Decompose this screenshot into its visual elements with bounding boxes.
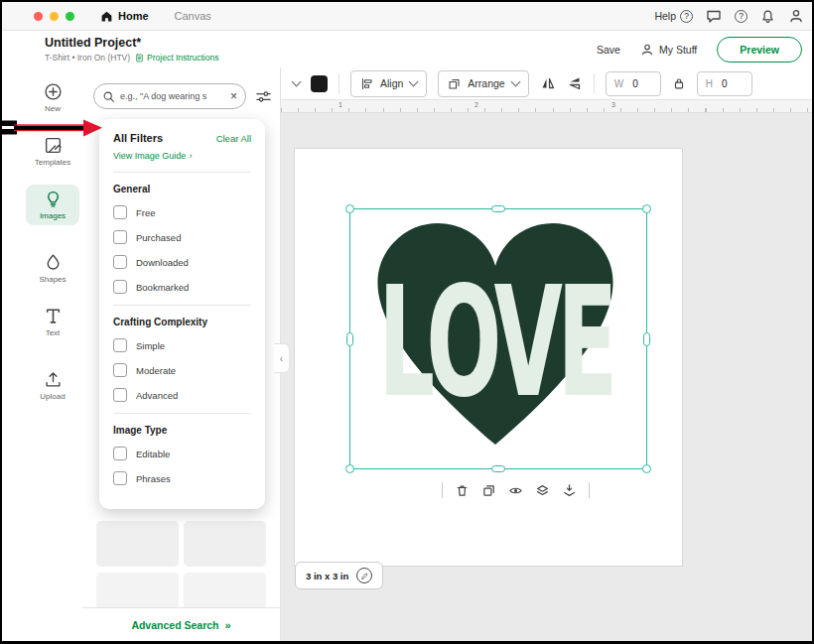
checkbox[interactable] — [113, 363, 127, 377]
align-dropdown[interactable]: Align — [350, 70, 427, 97]
zoom-window-button[interactable] — [66, 12, 74, 21]
filter-option-editable[interactable]: Editable — [113, 447, 251, 460]
close-window-button[interactable] — [34, 12, 43, 21]
checkbox[interactable] — [113, 388, 127, 402]
width-input[interactable]: W 0 — [606, 71, 661, 96]
flatten-button[interactable] — [562, 483, 577, 498]
filter-option-simple[interactable]: Simple — [113, 338, 251, 352]
checkbox[interactable] — [113, 447, 127, 460]
resize-handle-top[interactable] — [491, 205, 505, 212]
flatten-icon — [562, 483, 577, 498]
clear-all-link[interactable]: Clear All — [216, 133, 251, 144]
help-question-icon: ? — [680, 10, 693, 23]
resize-handle-top-left[interactable] — [345, 204, 354, 213]
image-search-input[interactable]: e.g., "A dog wearing s × — [93, 83, 246, 109]
resize-handle-bottom-right[interactable] — [642, 464, 651, 473]
selection-bounding-box[interactable] — [349, 208, 647, 469]
height-input[interactable]: H 0 — [697, 71, 752, 96]
panel-collapse-handle[interactable]: ‹ — [274, 343, 290, 373]
sidebar-item-label: Text — [46, 328, 61, 337]
resize-handle-left[interactable] — [346, 332, 353, 346]
document-icon — [135, 53, 144, 64]
tab-canvas[interactable]: Canvas — [175, 10, 211, 22]
save-button[interactable]: Save — [597, 44, 620, 56]
help-label: Help — [654, 10, 676, 22]
delete-button[interactable] — [455, 483, 470, 498]
support-question-icon[interactable]: ? — [735, 10, 747, 23]
images-panel: e.g., "A dog wearing s × All Filters Cle… — [82, 67, 281, 642]
checkbox[interactable] — [113, 280, 127, 294]
sidebar-item-text[interactable]: Text — [26, 302, 79, 342]
duplicate-button[interactable] — [481, 483, 496, 498]
image-placeholder — [184, 573, 266, 610]
image-placeholder — [96, 573, 179, 610]
project-instructions-link[interactable]: Project Instructions — [135, 53, 218, 64]
my-stuff-label: My Stuff — [659, 44, 697, 56]
arrange-icon — [448, 77, 461, 90]
edit-size-button[interactable] — [356, 568, 372, 583]
flip-horizontal-button[interactable] — [540, 75, 556, 91]
filter-option-advanced[interactable]: Advanced — [113, 388, 251, 402]
notifications-bell-icon[interactable] — [760, 9, 775, 24]
horizontal-ruler: 1 2 3 — [281, 100, 812, 113]
height-value: 0 — [722, 78, 728, 89]
filter-option-free[interactable]: Free — [113, 205, 251, 219]
account-person-icon[interactable] — [788, 8, 804, 24]
align-icon — [360, 77, 373, 90]
resize-handle-bottom[interactable] — [491, 465, 505, 472]
upload-icon — [44, 370, 63, 389]
filter-section-heading: Image Type — [113, 425, 251, 436]
sidebar-item-images[interactable]: Images — [26, 185, 79, 225]
lock-aspect-button[interactable] — [672, 76, 686, 90]
chevron-down-icon — [510, 77, 520, 87]
tab-home[interactable]: Home — [100, 10, 149, 23]
filter-option-moderate[interactable]: Moderate — [113, 363, 251, 377]
artboard[interactable]: LOVE — [295, 149, 682, 566]
ruler-label: 3 — [611, 101, 615, 108]
hide-button[interactable] — [508, 483, 523, 498]
canvas-size-badge[interactable]: 3 in x 3 in — [295, 562, 383, 589]
sidebar-item-label: Upload — [40, 392, 65, 401]
sidebar-item-upload[interactable]: Upload — [26, 365, 79, 406]
checkbox[interactable] — [113, 205, 127, 219]
filters-toggle-icon[interactable] — [255, 88, 272, 105]
divider — [113, 413, 251, 414]
images-icon — [44, 190, 63, 208]
lock-icon — [672, 76, 686, 90]
advanced-search-bar[interactable]: Advanced Search » — [82, 607, 280, 642]
sidebar-item-shapes[interactable]: Shapes — [26, 248, 79, 289]
flip-vertical-button[interactable] — [567, 75, 583, 91]
checkbox[interactable] — [113, 230, 127, 244]
arrange-dropdown[interactable]: Arrange — [438, 70, 528, 97]
flip-vertical-icon — [567, 75, 583, 91]
checkbox[interactable] — [113, 255, 127, 269]
layers-icon — [535, 483, 550, 498]
double-chevron-icon: » — [225, 619, 231, 631]
help-menu[interactable]: Help ? — [654, 10, 693, 23]
resize-handle-top-right[interactable] — [642, 204, 651, 213]
resize-handle-right[interactable] — [643, 332, 650, 346]
feedback-bubble-icon[interactable] — [706, 8, 722, 24]
operation-dropdown-chevron-icon[interactable] — [292, 77, 302, 87]
color-swatch[interactable] — [311, 75, 328, 92]
resize-handle-bottom-left[interactable] — [345, 464, 354, 473]
checkbox[interactable] — [113, 338, 127, 352]
annotation-arrow — [0, 116, 105, 140]
filter-option-downloaded[interactable]: Downloaded — [113, 255, 251, 269]
filter-option-bookmarked[interactable]: Bookmarked — [113, 280, 251, 294]
view-image-guide-link[interactable]: View Image Guide › — [113, 151, 251, 161]
move-layer-button[interactable] — [535, 483, 550, 498]
preview-button[interactable]: Preview — [717, 37, 802, 63]
canvas-area[interactable]: LOVE — [281, 112, 812, 642]
filter-option-phrases[interactable]: Phrases — [113, 471, 251, 485]
filter-section-heading: Crafting Complexity — [113, 317, 251, 327]
my-stuff-button[interactable]: My Stuff — [640, 43, 697, 57]
filter-option-purchased[interactable]: Purchased — [113, 230, 251, 244]
checkbox[interactable] — [113, 471, 127, 485]
top-bar-actions: Help ? ? — [654, 8, 804, 24]
clear-search-icon[interactable]: × — [230, 90, 237, 102]
divider — [594, 73, 595, 93]
minimize-window-button[interactable] — [50, 12, 59, 21]
view-image-guide-label: View Image Guide — [113, 151, 186, 161]
sidebar-item-new[interactable]: New — [26, 77, 79, 118]
